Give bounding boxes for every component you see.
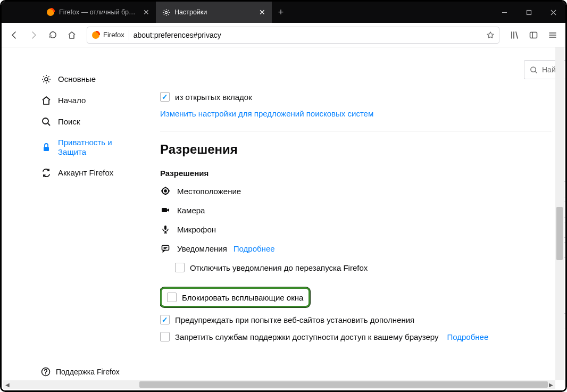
- svg-rect-10: [530, 32, 537, 38]
- open-tabs-suggestion-row: из открытых вкладок: [160, 92, 552, 102]
- popup-block-highlight: Блокировать всплывающие окна: [160, 287, 310, 307]
- horizontal-scrollbar[interactable]: ◀ ▶: [3, 380, 555, 389]
- popup-block-label: Блокировать всплывающие окна: [182, 293, 303, 302]
- url-text: about:preferences#privacy: [134, 31, 482, 39]
- close-icon[interactable]: ✕: [143, 9, 149, 16]
- camera-icon: [160, 205, 171, 215]
- svg-point-21: [531, 66, 536, 71]
- permission-label: Местоположение: [177, 187, 241, 196]
- tab-inactive[interactable]: Firefox — отличный браузер ✕: [40, 2, 156, 23]
- microphone-icon: [160, 224, 171, 234]
- search-engines-link[interactable]: Изменить настройки для предложений поиск…: [160, 109, 552, 118]
- scrollbar-thumb[interactable]: [556, 207, 563, 260]
- minimize-button[interactable]: [492, 2, 516, 23]
- sidebar-item-label: Приватность и Защита: [58, 138, 138, 157]
- sync-icon: [41, 168, 52, 178]
- svg-point-16: [43, 118, 48, 124]
- tab-title: Настройки: [174, 9, 255, 16]
- forward-button[interactable]: [25, 27, 42, 44]
- identity-box[interactable]: Firefox: [91, 31, 124, 39]
- tab-bar: Firefox — отличный браузер ✕ Настройки ✕…: [2, 2, 565, 23]
- url-divider: [129, 30, 129, 40]
- back-button[interactable]: [6, 27, 23, 44]
- svg-rect-30: [164, 226, 166, 230]
- nav-toolbar: Firefox about:preferences#privacy: [2, 23, 565, 47]
- a11y-more-link[interactable]: Подробнее: [447, 332, 488, 341]
- sidebar-item-home[interactable]: Начало: [2, 90, 154, 111]
- preferences-sidebar: Основные Начало Поиск Приватность и Защи…: [2, 47, 154, 390]
- sidebar-item-label: Основные: [58, 74, 96, 84]
- tab-title: Firefox — отличный браузер: [59, 9, 139, 16]
- window-controls: [492, 2, 565, 23]
- open-tabs-label: из открытых вкладок: [175, 93, 252, 102]
- notifications-more-link[interactable]: Подробнее: [234, 244, 275, 253]
- disable-notifications-row: Отключить уведомления до перезапуска Fir…: [175, 263, 552, 272]
- section-subtitle: Разрешения: [160, 169, 552, 178]
- a11y-block-row: Запретить службам поддержки доступности …: [160, 332, 552, 341]
- disable-notifications-checkbox[interactable]: [175, 263, 185, 272]
- permission-microphone: Микрофон: [160, 224, 552, 234]
- home-icon: [41, 95, 52, 106]
- scroll-left-arrow[interactable]: ◀: [3, 380, 12, 389]
- svg-point-15: [45, 78, 48, 81]
- sidebar-support-label: Поддержка Firefox: [56, 368, 120, 376]
- permission-location: Местоположение: [160, 186, 552, 196]
- brand-label: Firefox: [103, 31, 124, 39]
- maximize-button[interactable]: [516, 2, 541, 23]
- firefox-logo-icon: [91, 31, 100, 39]
- svg-line-9: [516, 32, 518, 38]
- section-title: Разрешения: [160, 142, 552, 157]
- firefox-logo-icon: [46, 8, 55, 16]
- sidebar-toggle-button[interactable]: [525, 27, 542, 44]
- svg-line-22: [535, 71, 537, 73]
- sidebar-item-account[interactable]: Аккаунт Firefox: [2, 162, 154, 184]
- sidebar-item-general[interactable]: Основные: [2, 69, 154, 90]
- menu-button[interactable]: [544, 27, 561, 44]
- gear-icon: [162, 9, 170, 16]
- sidebar-item-search[interactable]: Поиск: [2, 111, 154, 132]
- help-icon: [41, 367, 51, 377]
- vertical-scrollbar[interactable]: [555, 47, 564, 380]
- home-button[interactable]: [63, 27, 80, 44]
- preferences-main: Найт из открытых вкладок Изменить настро…: [154, 47, 565, 390]
- svg-point-20: [45, 373, 46, 374]
- search-icon: [41, 116, 52, 127]
- permission-notifications: Уведомления Подробнее: [160, 244, 552, 253]
- library-button[interactable]: [506, 27, 523, 44]
- tab-active[interactable]: Настройки ✕: [156, 2, 272, 23]
- gear-icon: [41, 74, 52, 85]
- sidebar-item-label: Поиск: [58, 117, 80, 127]
- popup-block-checkbox[interactable]: [167, 293, 177, 302]
- close-window-button[interactable]: [541, 2, 565, 23]
- sidebar-item-label: Начало: [58, 96, 86, 105]
- location-icon: [160, 186, 171, 196]
- reload-button[interactable]: [44, 27, 61, 44]
- lock-icon: [41, 142, 52, 153]
- notification-icon: [160, 244, 171, 253]
- addons-warn-label: Предупреждать при попытке веб-сайтов уст…: [175, 315, 414, 324]
- close-icon[interactable]: ✕: [259, 9, 265, 16]
- scrollbar-thumb[interactable]: [139, 381, 548, 388]
- new-tab-button[interactable]: +: [272, 2, 290, 23]
- svg-rect-3: [527, 10, 531, 14]
- address-bar[interactable]: Firefox about:preferences#privacy: [87, 27, 499, 44]
- svg-rect-29: [162, 208, 167, 212]
- scroll-right-arrow[interactable]: ▶: [547, 380, 555, 389]
- a11y-block-checkbox[interactable]: [160, 332, 170, 341]
- open-tabs-checkbox[interactable]: [160, 92, 170, 102]
- addons-warn-checkbox[interactable]: [160, 315, 170, 324]
- svg-point-24: [164, 190, 166, 192]
- svg-rect-33: [162, 246, 169, 251]
- addons-warn-row: Предупреждать при попытке веб-сайтов уст…: [160, 315, 552, 324]
- disable-notifications-label: Отключить уведомления до перезапуска Fir…: [190, 263, 368, 272]
- sidebar-item-privacy[interactable]: Приватность и Защита: [2, 132, 154, 162]
- search-icon: [530, 66, 538, 74]
- svg-line-17: [48, 123, 50, 126]
- bookmark-star-icon[interactable]: [486, 31, 495, 39]
- permission-label: Камера: [177, 206, 205, 215]
- permission-label: Микрофон: [177, 225, 216, 234]
- permission-label: Уведомления: [177, 244, 227, 253]
- permission-camera: Камера: [160, 205, 552, 215]
- a11y-block-label: Запретить службам поддержки доступности …: [175, 332, 438, 341]
- sidebar-item-label: Аккаунт Firefox: [58, 168, 113, 178]
